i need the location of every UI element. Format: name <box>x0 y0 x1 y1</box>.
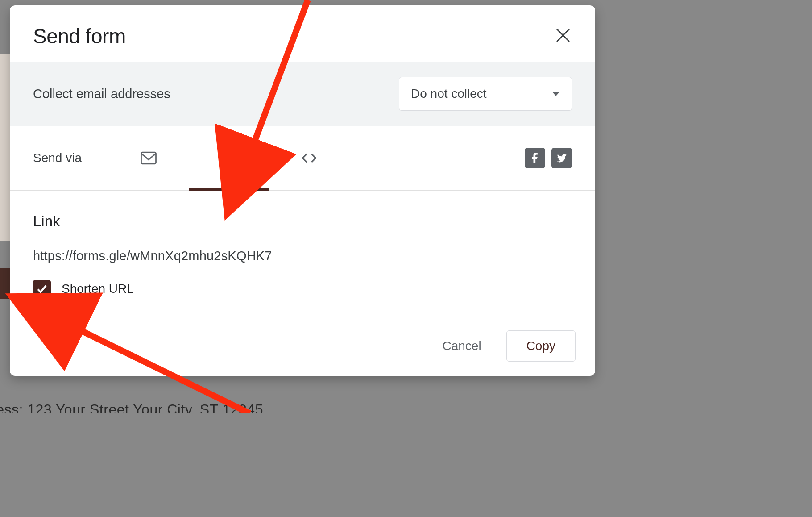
link-heading: Link <box>33 213 572 230</box>
embed-icon <box>299 148 319 168</box>
checkmark-icon <box>36 283 48 295</box>
send-form-dialog: Send form Collect email addresses Do not… <box>10 5 595 376</box>
tab-email[interactable] <box>108 126 189 190</box>
close-icon <box>554 26 572 44</box>
tab-link[interactable] <box>189 126 269 190</box>
facebook-button[interactable] <box>525 148 545 168</box>
social-buttons <box>525 148 572 168</box>
collect-emails-dropdown[interactable]: Do not collect <box>399 77 572 111</box>
twitter-button[interactable] <box>551 148 572 168</box>
background-address-text: ress: 123 Your Street Your City, ST 1234… <box>0 401 263 413</box>
tab-embed[interactable] <box>269 126 349 190</box>
send-via-tabs <box>108 126 349 190</box>
collect-emails-label: Collect email addresses <box>33 87 170 101</box>
close-button[interactable] <box>554 26 572 46</box>
link-section: Link https://forms.gle/wMnnXq2mhu2sKQHK7… <box>10 191 595 298</box>
send-via-label: Send via <box>33 151 82 165</box>
collect-emails-selected: Do not collect <box>411 87 487 101</box>
dialog-title: Send form <box>33 24 126 48</box>
send-via-row: Send via <box>10 126 595 191</box>
cancel-button[interactable]: Cancel <box>432 332 491 360</box>
copy-button[interactable]: Copy <box>506 330 576 362</box>
link-icon <box>219 148 239 168</box>
dialog-footer: Cancel Copy <box>432 330 576 362</box>
link-url-field[interactable]: https://forms.gle/wMnnXq2mhu2sKQHK7 <box>33 249 572 268</box>
shorten-url-row: Shorten URL <box>33 280 572 298</box>
shorten-url-checkbox[interactable] <box>33 280 51 298</box>
facebook-icon <box>529 152 541 164</box>
background-bar <box>0 268 10 299</box>
collect-emails-row: Collect email addresses Do not collect <box>10 62 595 126</box>
email-icon <box>139 148 158 168</box>
shorten-url-label: Shorten URL <box>62 282 134 296</box>
twitter-icon <box>555 152 568 164</box>
dialog-header: Send form <box>10 5 595 62</box>
svg-rect-2 <box>141 152 156 164</box>
caret-down-icon <box>552 92 560 96</box>
background-image-strip <box>0 54 10 241</box>
